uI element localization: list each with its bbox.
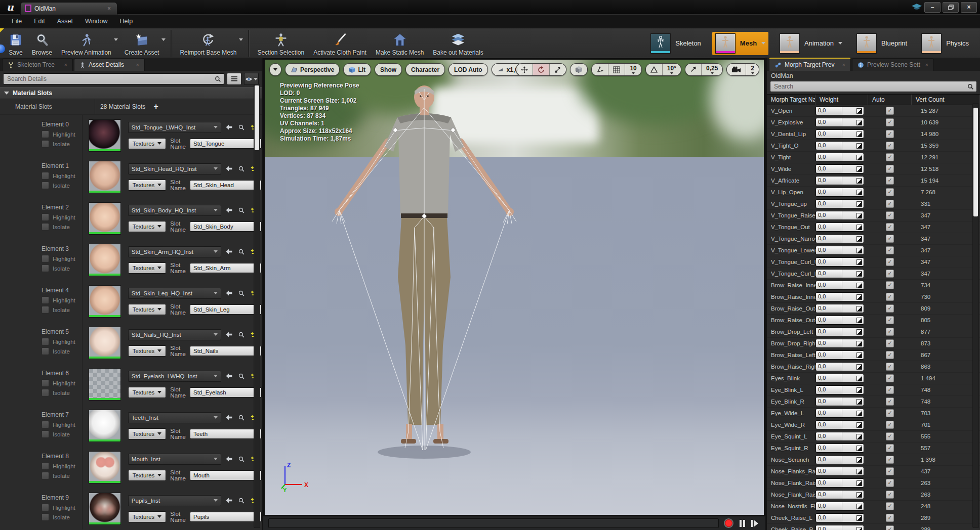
isolate-checkbox[interactable]: Isolate <box>42 306 82 314</box>
weight-drag-area[interactable] <box>842 130 864 138</box>
weight-drag-area[interactable] <box>842 351 864 359</box>
asset-tab-oldman[interactable]: OldMan × <box>20 2 117 15</box>
use-selected-asset-button[interactable] <box>225 248 233 256</box>
auto-checkbox[interactable]: ✓ <box>886 514 894 522</box>
auto-checkbox[interactable]: ✓ <box>886 153 894 161</box>
morph-target-row[interactable]: V_Dental_Lip0,0✓14 980 <box>767 128 980 140</box>
slot-name-input[interactable] <box>190 222 262 232</box>
details-scrollbar[interactable] <box>254 84 260 528</box>
tab-close-icon[interactable]: × <box>64 62 67 68</box>
dropdown-caret-icon[interactable] <box>114 38 118 41</box>
auto-checkbox[interactable]: ✓ <box>886 258 894 266</box>
toolbar-activate-cloth-paint-button[interactable]: Activate Cloth Paint <box>309 28 371 58</box>
morph-target-row[interactable]: Eyes_Blink0,0✓1 494 <box>767 373 980 384</box>
auto-checkbox[interactable]: ✓ <box>886 211 894 219</box>
morph-target-row[interactable]: V_Tongue_up0,0✓331 <box>767 198 980 210</box>
slot-name-input[interactable] <box>190 387 262 398</box>
browse-to-asset-button[interactable] <box>237 123 246 131</box>
weight-drag-area[interactable] <box>842 270 864 278</box>
isolate-checkbox[interactable]: Isolate <box>42 430 82 438</box>
weight-spinbox[interactable]: 0,0 <box>815 118 864 127</box>
checkbox[interactable] <box>42 379 49 387</box>
browse-to-asset-button[interactable] <box>237 497 246 505</box>
morph-target-row[interactable]: Nose_Flank_Raise0,0✓263 <box>767 489 980 501</box>
weight-spinbox[interactable]: 0,0 <box>815 374 864 383</box>
weight-drag-area[interactable] <box>842 328 864 336</box>
material-select-dropdown[interactable]: Std_Eyelash_LWHQ_Inst <box>128 371 221 382</box>
textures-dropdown[interactable]: Textures <box>128 138 166 149</box>
isolate-checkbox[interactable]: Isolate <box>42 223 82 231</box>
viewport-snap-move-button[interactable] <box>592 64 608 75</box>
morph-target-row[interactable]: V_Open0,0✓15 287 <box>767 105 980 117</box>
weight-drag-area[interactable] <box>842 153 864 161</box>
morph-target-row[interactable]: V_Tight_O0,0✓15 359 <box>767 140 980 152</box>
auto-checkbox[interactable]: ✓ <box>886 363 894 371</box>
toolbar-save-button[interactable]: Save <box>4 28 27 58</box>
checkbox[interactable] <box>42 296 49 304</box>
auto-checkbox[interactable]: ✓ <box>886 479 894 487</box>
morph-target-row[interactable]: V_Tongue_Out0,0✓347 <box>767 222 980 233</box>
checkbox[interactable] <box>42 462 49 470</box>
morph-target-row[interactable]: V_Tongue_Curl_U0,0✓347 <box>767 256 980 268</box>
weight-spinbox[interactable]: 0,0 <box>815 467 864 476</box>
weight-drag-area[interactable] <box>842 514 864 522</box>
viewport-grid-button[interactable] <box>608 64 625 75</box>
morph-target-row[interactable]: Brow_Raise_Outer0,0✓805 <box>767 315 980 326</box>
auto-checkbox[interactable]: ✓ <box>886 270 894 278</box>
auto-checkbox[interactable]: ✓ <box>886 246 894 254</box>
weight-drag-area[interactable] <box>842 211 864 219</box>
checkbox[interactable] <box>42 255 49 262</box>
morph-target-row[interactable]: Nose_Scrunch0,0✓1 398 <box>767 454 980 466</box>
weight-drag-area[interactable] <box>842 235 864 243</box>
auto-checkbox[interactable]: ✓ <box>886 456 894 464</box>
weight-spinbox[interactable]: 0,0 <box>815 223 864 232</box>
highlight-checkbox[interactable]: Highlight <box>42 255 82 262</box>
viewport-snap-value[interactable]: 10 <box>625 64 641 75</box>
column-header-auto[interactable]: Auto <box>868 95 912 105</box>
weight-drag-area[interactable] <box>842 176 864 185</box>
weight-drag-area[interactable] <box>842 304 864 313</box>
morph-target-row[interactable]: Nose_Flanks_Rais0,0✓437 <box>767 466 980 477</box>
use-selected-asset-button[interactable] <box>225 455 233 463</box>
viewport-rotate-button[interactable] <box>533 64 550 75</box>
material-select-dropdown[interactable]: Std_Skin_Body_HQ_Inst <box>128 205 221 216</box>
auto-checkbox[interactable]: ✓ <box>886 421 894 429</box>
morph-target-row[interactable]: V_Explosive0,0✓10 639 <box>767 117 980 128</box>
isolate-checkbox[interactable]: Isolate <box>42 264 82 272</box>
use-selected-asset-button[interactable] <box>225 289 233 297</box>
highlight-checkbox[interactable]: Highlight <box>42 296 82 304</box>
dropdown-caret-icon[interactable] <box>239 38 243 41</box>
morph-target-row[interactable]: V_Tight0,0✓12 291 <box>767 152 980 163</box>
checkbox[interactable] <box>42 338 49 345</box>
minimize-button[interactable]: – <box>924 2 941 13</box>
auto-checkbox[interactable]: ✓ <box>886 444 894 452</box>
tab-asset-details[interactable]: Asset Details× <box>74 58 145 71</box>
mode-mesh-button[interactable]: Mesh <box>712 32 768 55</box>
weight-drag-area[interactable] <box>842 409 864 417</box>
browse-to-asset-button[interactable] <box>237 165 246 173</box>
browse-to-asset-button[interactable] <box>237 289 246 297</box>
weight-spinbox[interactable]: 0,0 <box>815 478 864 488</box>
mode-animation-button[interactable]: Animation <box>777 32 845 55</box>
weight-spinbox[interactable]: 0,0 <box>815 397 864 406</box>
auto-checkbox[interactable]: ✓ <box>886 130 894 138</box>
viewport-move-button[interactable] <box>516 64 533 75</box>
weight-spinbox[interactable]: 0,0 <box>815 327 864 336</box>
viewport-lod-auto-button[interactable]: LOD Auto <box>448 63 488 76</box>
use-selected-asset-button[interactable] <box>225 331 233 339</box>
auto-checkbox[interactable]: ✓ <box>886 142 894 150</box>
tab-close-icon[interactable]: × <box>136 62 139 68</box>
toolbar-preview-animation-button[interactable]: Preview Animation <box>57 28 116 58</box>
toolbar-browse-button[interactable]: Browse <box>27 28 57 58</box>
menu-file[interactable]: File <box>6 16 27 27</box>
material-thumbnail[interactable] <box>89 202 121 235</box>
morph-target-row[interactable]: V_Tongue_Narrow0,0✓347 <box>767 233 980 245</box>
close-button[interactable]: × <box>961 2 977 13</box>
viewport-lit-button[interactable]: Lit <box>343 63 371 76</box>
weight-spinbox[interactable]: 0,0 <box>815 316 864 325</box>
auto-checkbox[interactable]: ✓ <box>886 467 894 475</box>
morph-target-row[interactable]: Eye_Squint_L0,0✓555 <box>767 431 980 443</box>
weight-spinbox[interactable]: 0,0 <box>815 420 864 429</box>
textures-dropdown[interactable]: Textures <box>128 304 166 315</box>
use-selected-asset-button[interactable] <box>225 414 233 422</box>
